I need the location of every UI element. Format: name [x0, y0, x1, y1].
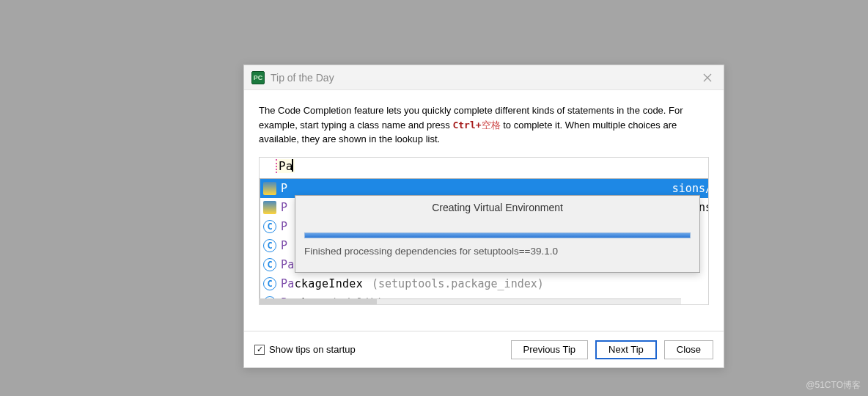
show-tips-checkbox[interactable]: ✓ Show tips on startup	[254, 344, 356, 355]
progress-bar	[304, 232, 691, 238]
completion-hint: (setuptools.package_index)	[372, 277, 544, 290]
previous-tip-button[interactable]: Previous Tip	[511, 340, 589, 359]
pycharm-icon: PC	[251, 71, 265, 84]
completion-label: P	[281, 201, 287, 214]
completion-prefix: P	[281, 239, 287, 252]
tip-kbd: Ctrl+	[452, 120, 481, 131]
typed-text: Pa	[279, 159, 293, 173]
completion-label: P	[281, 220, 287, 233]
dialog-titlebar: PC Tip of the Day	[244, 65, 724, 90]
class-icon: C	[263, 220, 276, 233]
close-icon[interactable]	[697, 67, 718, 88]
list-scrollbar[interactable]	[260, 298, 681, 304]
completion-prefix: P	[281, 201, 287, 214]
completion-tail: sions/	[672, 182, 709, 195]
dialog-footer: ✓ Show tips on startup Previous Tip Next…	[244, 331, 724, 367]
tip-paragraph: The Code Completion feature lets you qui…	[259, 103, 709, 147]
progress-dialog: Creating Virtual Environment Finished pr…	[295, 195, 700, 273]
completion-item[interactable]: CPackageIndex(setuptools.package_index)	[260, 274, 709, 293]
python-file-icon	[263, 201, 276, 214]
progress-status: Finished processing dependencies for set…	[304, 246, 691, 257]
completion-label: P	[281, 182, 287, 195]
progress-title: Creating Virtual Environment	[295, 202, 699, 213]
python-file-icon	[263, 182, 276, 195]
class-icon: C	[263, 258, 276, 271]
tip-kbd-cjk: 空格	[482, 120, 501, 131]
class-icon: C	[263, 277, 276, 290]
close-button[interactable]: Close	[664, 340, 713, 359]
completion-label: PackageIndex	[281, 277, 363, 290]
completion-prefix: Pa	[281, 258, 295, 271]
completion-prefix: P	[281, 220, 287, 233]
class-icon: C	[263, 239, 276, 252]
caret-icon	[292, 159, 293, 172]
checkbox-icon: ✓	[254, 345, 265, 355]
completion-rest: ckageIndex	[295, 277, 363, 290]
scroll-thumb[interactable]	[260, 299, 377, 304]
completion-prefix: Pa	[281, 277, 295, 290]
completion-label: P	[281, 239, 287, 252]
dialog-title: Tip of the Day	[271, 72, 697, 84]
watermark-text: @51CTO博客	[806, 379, 861, 392]
completion-prefix: P	[281, 182, 287, 195]
checkbox-label: Show tips on startup	[269, 344, 356, 355]
next-tip-button[interactable]: Next Tip	[595, 340, 657, 359]
typed-input: Pa	[276, 159, 295, 173]
